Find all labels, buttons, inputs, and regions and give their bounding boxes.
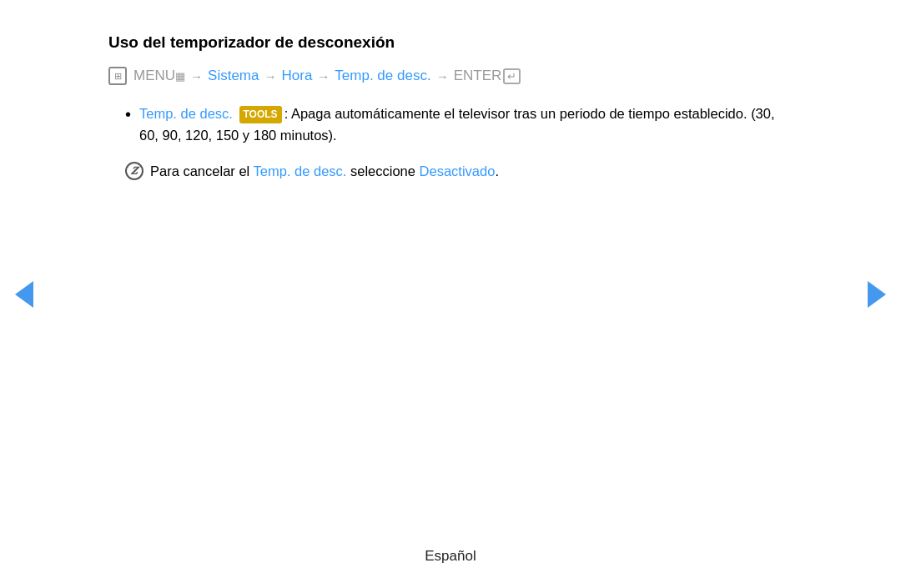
arrow-3: → (317, 69, 330, 83)
arrow-1: → (190, 69, 203, 83)
arrow-4: → (436, 69, 449, 83)
note-section: 𝒁 Para cancelar el Temp. de desc. selecc… (125, 161, 793, 183)
bullet-item: • Temp. de desc. TOOLS: Apaga automática… (125, 103, 793, 146)
footer-language: Español (425, 548, 476, 565)
note-suffix: . (495, 163, 499, 178)
breadcrumb-hora: Hora (281, 68, 312, 84)
bullet-description: : Apaga automáticamente el televisor tra… (139, 106, 775, 143)
bullet-dot: • (125, 102, 131, 128)
bullet-section: • Temp. de desc. TOOLS: Apaga automática… (125, 103, 793, 146)
breadcrumb-enter: ENTER↵ (454, 68, 521, 84)
note-text: Para cancelar el Temp. de desc. seleccio… (150, 161, 499, 183)
note-prefix: Para cancelar el (150, 163, 254, 178)
breadcrumb-temp-desc: Temp. de desc. (335, 68, 430, 84)
menu-label: MENU▦ (133, 68, 185, 84)
nav-arrow-right[interactable] (868, 281, 886, 308)
note-middle: seleccione (346, 163, 419, 178)
menu-icon: ⊞ (108, 67, 127, 85)
page-title: Uso del temporizador de desconexión (108, 33, 793, 52)
note-term: Temp. de desc. (254, 163, 347, 178)
breadcrumb: ⊞ MENU▦ → Sistema → Hora → Temp. de desc… (108, 67, 793, 85)
breadcrumb-sistema: Sistema (208, 68, 259, 84)
nav-arrow-left[interactable] (15, 281, 33, 308)
arrow-2: → (264, 69, 276, 83)
bullet-text: Temp. de desc. TOOLS: Apaga automáticame… (139, 103, 793, 146)
term-temp-desc: Temp. de desc. (139, 106, 233, 121)
note-icon: 𝒁 (125, 162, 143, 180)
note-action: Desactivado (420, 163, 496, 178)
tools-badge: TOOLS (239, 106, 282, 123)
